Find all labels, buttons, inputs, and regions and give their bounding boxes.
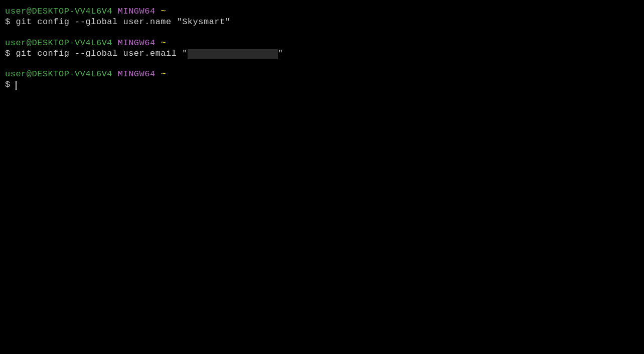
prompt-env: MINGW64 xyxy=(118,69,155,79)
terminal-output[interactable]: user@DESKTOP-VV4L6V4 MINGW64 ~ $ git con… xyxy=(5,6,639,90)
prompt-user-host: user@DESKTOP-VV4L6V4 xyxy=(5,38,112,48)
prompt-path: ~ xyxy=(160,38,166,48)
command-block-2: user@DESKTOP-VV4L6V4 MINGW64 ~ $ git con… xyxy=(5,38,639,59)
command-input-line[interactable]: $ xyxy=(5,79,639,90)
prompt-symbol: $ xyxy=(5,80,11,89)
prompt-symbol: $ xyxy=(5,49,11,58)
prompt-path: ~ xyxy=(160,69,166,79)
prompt-line: user@DESKTOP-VV4L6V4 MINGW64 ~ xyxy=(5,38,639,48)
command-block-1: user@DESKTOP-VV4L6V4 MINGW64 ~ $ git con… xyxy=(5,6,639,28)
command-block-3: user@DESKTOP-VV4L6V4 MINGW64 ~ $ xyxy=(5,69,639,90)
redacted-email xyxy=(188,49,278,59)
prompt-line: user@DESKTOP-VV4L6V4 MINGW64 ~ xyxy=(5,6,639,17)
command-text-pre: git config --global user.email " xyxy=(16,49,187,58)
prompt-line: user@DESKTOP-VV4L6V4 MINGW64 ~ xyxy=(5,69,639,79)
prompt-path: ~ xyxy=(160,7,166,16)
prompt-symbol: $ xyxy=(5,17,11,27)
cursor xyxy=(16,81,17,90)
command-line: $ git config --global user.email "" xyxy=(5,48,639,59)
prompt-env: MINGW64 xyxy=(118,7,155,16)
prompt-user-host: user@DESKTOP-VV4L6V4 xyxy=(5,7,112,16)
command-line: $ git config --global user.name "Skysmar… xyxy=(5,17,639,27)
command-text-post: " xyxy=(278,49,283,58)
prompt-user-host: user@DESKTOP-VV4L6V4 xyxy=(5,69,112,79)
prompt-env: MINGW64 xyxy=(118,38,155,48)
command-text: git config --global user.name "Skysmart" xyxy=(16,17,230,27)
